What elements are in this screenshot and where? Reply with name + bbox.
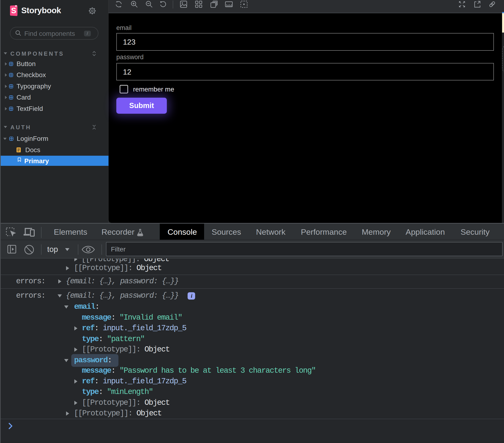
svg-text:S: S bbox=[11, 6, 16, 15]
